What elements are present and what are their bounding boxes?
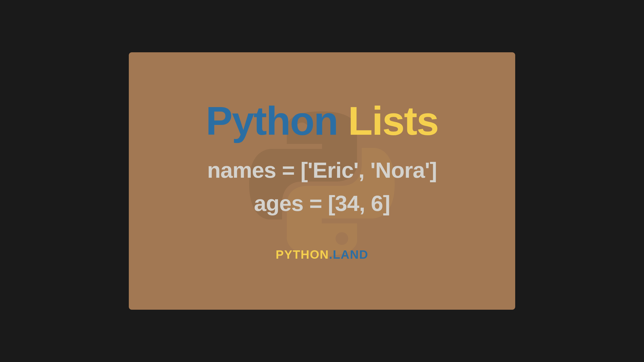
code-line-1: names = ['Eric', 'Nora'] [129, 154, 515, 187]
graphic-card: Python Lists names = ['Eric', 'Nora'] ag… [129, 52, 515, 310]
footer-word-python: PYTHON [276, 248, 329, 261]
title-word-python: Python [206, 98, 338, 143]
content-container: Python Lists names = ['Eric', 'Nora'] ag… [129, 101, 515, 261]
footer-word-land: LAND [333, 248, 368, 261]
code-block: names = ['Eric', 'Nora'] ages = [34, 6] [129, 154, 515, 220]
code-line-2: ages = [34, 6] [129, 187, 515, 220]
footer-dot: . [329, 248, 333, 261]
title-word-lists: Lists [348, 98, 438, 143]
footer-brand: PYTHON.LAND [129, 248, 515, 261]
main-title: Python Lists [129, 101, 515, 141]
